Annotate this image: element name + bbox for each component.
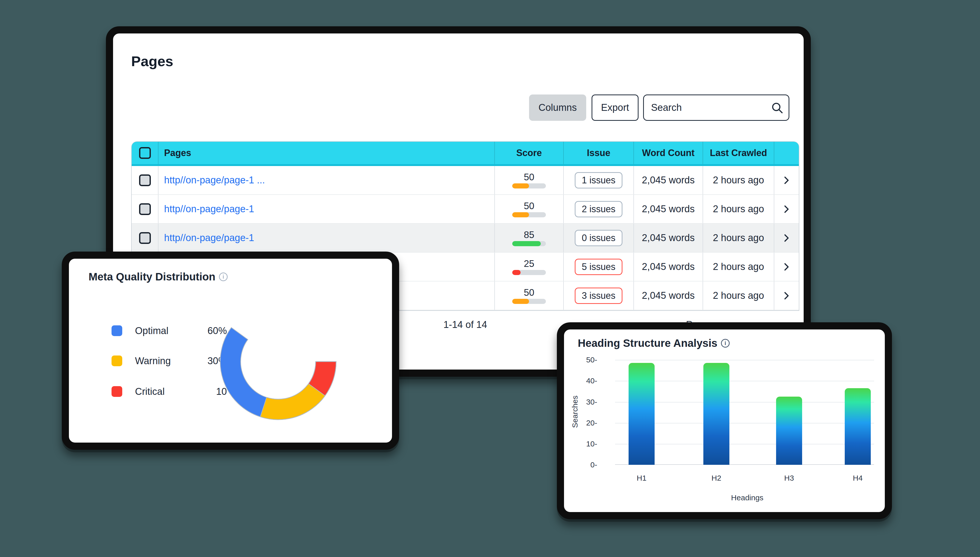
column-header-word-count[interactable]: Word Count [633,142,703,164]
table-row: http//on-page/page-1 85 0 issues 2,045 w… [132,224,799,252]
bar-h3 [776,397,802,465]
issue-badge: 2 issues [575,201,622,217]
score-value: 25 [524,259,534,269]
legend-swatch-optimal [112,326,122,336]
row-checkbox[interactable] [139,174,151,186]
score-value: 50 [524,201,534,211]
score-cell: 50 [494,195,563,223]
legend-label: Critical [135,386,188,397]
word-count-cell: 2,045 words [633,195,703,223]
table-row: http//on-page/page-1 50 2 issues 2,045 w… [132,195,799,224]
score-value: 50 [524,172,534,182]
search-box [643,94,789,121]
x-axis-label: Headings [706,493,788,502]
word-count-cell: 2,045 words [633,166,703,194]
chevron-right-icon[interactable] [781,175,792,186]
table-row: http//on-page/page-1 ... 50 1 issues 2,0… [132,166,799,195]
meta-donut-chart [217,300,339,423]
bar-h4 [845,388,871,465]
column-header-pages[interactable]: Pages [158,142,494,164]
select-all-checkbox[interactable] [139,147,151,159]
export-button[interactable]: Export [592,94,639,121]
page-url-link[interactable]: http//on-page/page-1 [164,204,254,215]
score-bar [512,299,546,304]
score-bar-fill [512,212,529,217]
meta-quality-card: Meta Quality Distribution i Optimal 60% … [62,252,399,450]
columns-button[interactable]: Columns [529,94,586,121]
chevron-right-icon[interactable] [781,204,792,215]
page-title: Pages [131,53,173,70]
legend-swatch-critical [112,386,122,397]
page-url-link[interactable]: http//on-page/page-1 ... [164,175,265,186]
score-cell: 50 [494,282,563,310]
y-tick: 20- [564,419,597,427]
score-bar-fill [512,270,521,275]
score-cell: 50 [494,166,563,194]
chevron-right-icon[interactable] [781,290,792,301]
score-bar [512,241,546,246]
score-bar [512,270,546,275]
page-url-link[interactable]: http//on-page/page-1 [164,233,254,243]
x-tick: H4 [842,474,873,482]
last-crawled-cell: 2 hours ago [703,195,774,223]
column-header-last-crawled[interactable]: Last Crawled [703,142,774,164]
legend-swatch-warning [112,355,122,366]
chevron-right-icon[interactable] [781,233,792,243]
word-count-cell: 2,045 words [633,282,703,310]
score-bar [512,212,546,217]
legend-label: Warning [135,355,188,366]
y-tick: 10- [564,440,597,448]
y-tick: 50- [564,355,597,364]
heading-structure-card: Heading Structure Analysis i Searches 50… [557,322,892,519]
y-tick: 0- [564,461,597,469]
word-count-cell: 2,045 words [633,224,703,252]
column-header-issue[interactable]: Issue [563,142,633,164]
info-icon[interactable]: i [721,339,730,348]
desktop-background: Pages Columns Export Pages Score Issue W… [0,0,980,557]
search-input[interactable] [643,94,789,121]
issue-badge: 3 issues [575,288,622,304]
x-tick: H3 [774,474,805,482]
issue-badge: 5 issues [575,259,622,275]
search-icon [771,101,784,114]
column-header-score[interactable]: Score [494,142,563,164]
score-value: 85 [524,230,534,240]
score-bar-fill [512,241,541,246]
bar-h1 [629,363,655,465]
row-checkbox[interactable] [139,232,151,244]
score-cell: 85 [494,224,563,252]
meta-quality-title: Meta Quality Distribution i [89,271,228,283]
last-crawled-cell: 2 hours ago [703,252,774,281]
issue-badge: 1 issues [575,172,622,189]
y-tick: 40- [564,376,597,385]
bar-chart-plot [615,360,874,465]
word-count-cell: 2,045 words [633,252,703,281]
score-bar [512,183,546,189]
last-crawled-cell: 2 hours ago [703,224,774,252]
x-tick: H1 [626,474,657,482]
bar-h2 [703,363,729,465]
y-tick: 30- [564,397,597,406]
score-value: 50 [524,288,534,298]
score-bar-fill [512,299,529,304]
last-crawled-cell: 2 hours ago [703,282,774,310]
score-bar-fill [512,183,529,189]
heading-structure-title: Heading Structure Analysis i [578,337,730,349]
chevron-right-icon[interactable] [781,262,792,272]
row-checkbox[interactable] [139,203,151,215]
issue-badge: 0 issues [575,230,622,246]
info-icon[interactable]: i [219,272,228,281]
score-cell: 25 [494,252,563,281]
x-tick: H2 [701,474,732,482]
last-crawled-cell: 2 hours ago [703,166,774,194]
table-header-row: Pages Score Issue Word Count Last Crawle… [132,142,799,166]
legend-label: Optimal [135,326,188,336]
